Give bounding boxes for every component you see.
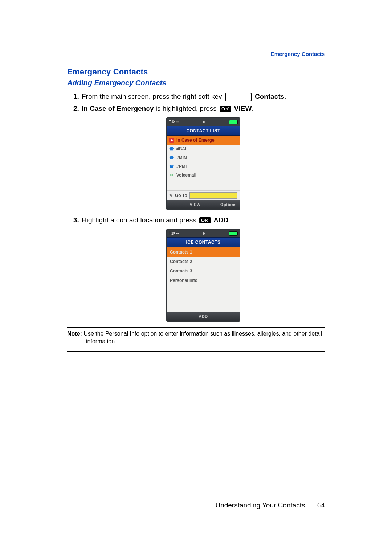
- phone-icon: ☎: [169, 155, 174, 160]
- goto-search-field: [189, 192, 237, 199]
- pencil-icon: ✎: [169, 192, 173, 199]
- steps-list: From the main screen, press the right so…: [81, 92, 325, 322]
- battery-icon: [229, 231, 238, 236]
- phone2-softbar: ADD: [167, 312, 240, 321]
- step-2-text-a: is highlighted, press: [154, 105, 219, 112]
- list-item: Contacts 3: [167, 266, 240, 276]
- step-1-contacts-label: Contacts: [255, 93, 284, 100]
- list-item-label: Voicemail: [176, 172, 196, 178]
- list-item-label: #MIN: [176, 154, 187, 161]
- list-item: Contacts 1: [167, 247, 240, 257]
- note-rule-bottom: [67, 351, 325, 352]
- phone-screenshot-ice-contacts: T 1X ▪▪▪ ICE CONTACTS Contacts 1 Contact…: [166, 229, 240, 322]
- list-item: ☎ #BAL: [167, 145, 240, 153]
- step-2: In Case of Emergency is highlighted, pre…: [81, 104, 325, 210]
- phone1-statusbar: T 1X ▪▪▪: [167, 118, 240, 126]
- list-item: Personal Info: [167, 276, 240, 285]
- phone2-statusbar: T 1X ▪▪▪: [167, 230, 240, 237]
- ok-key-icon: OK: [199, 217, 211, 223]
- step-1-text-a: From the main screen, press the right so…: [82, 93, 224, 100]
- manual-page: Emergency Contacts Emergency Contacts Ad…: [0, 0, 392, 542]
- note-block: Note: Use the Personal Info option to en…: [67, 330, 325, 348]
- step-1-period: .: [284, 93, 286, 100]
- phone1-softbar: VIEW Options: [167, 200, 240, 209]
- list-item-label: #BAL: [176, 146, 188, 152]
- phone-screenshot-contact-list: T 1X ▪▪▪ CONTACT LIST + In Case of Emerg…: [166, 117, 240, 210]
- step-3-text-a: Highlight a contact location and press: [82, 216, 198, 224]
- phone2-title: ICE CONTACTS: [167, 237, 240, 247]
- step-2-period: .: [252, 105, 253, 112]
- step-1: From the main screen, press the right so…: [81, 92, 325, 102]
- signal-icon: T 1X ▪▪▪: [169, 119, 179, 125]
- subsection-heading: Adding Emergency Contacts: [67, 79, 325, 87]
- ok-key-icon: OK: [220, 106, 231, 112]
- step-3-add-label: ADD: [213, 216, 228, 224]
- note-rule-top: [67, 327, 325, 328]
- step-3: Highlight a contact location and press O…: [81, 215, 325, 322]
- list-item-label: #PMT: [176, 163, 188, 170]
- signal-icon: T 1X ▪▪▪: [169, 231, 179, 236]
- status-dot-icon: [203, 121, 205, 123]
- section-heading: Emergency Contacts: [67, 67, 325, 77]
- status-dot-icon: [203, 232, 205, 235]
- note-body-b: information.: [86, 337, 325, 345]
- list-item: + In Case of Emerge: [167, 136, 240, 145]
- phone-icon: ☎: [169, 164, 174, 169]
- softkey-right: Options: [220, 202, 237, 208]
- page-number: 64: [317, 501, 325, 509]
- step-2-view-label: VIEW: [234, 105, 252, 112]
- note-body-a: Use the Personal Info option to enter in…: [83, 331, 322, 337]
- list-item: ✉ Voicemail: [167, 171, 240, 179]
- list-item: ☎ #MIN: [167, 153, 240, 162]
- phone1-title: CONTACT LIST: [167, 126, 240, 136]
- goto-label: Go To: [175, 192, 187, 199]
- page-footer: Understanding Your Contacts 64: [215, 501, 325, 509]
- softkey-center: ADD: [199, 314, 208, 320]
- softkey-center: VIEW: [189, 202, 200, 208]
- phone2-list: Contacts 1 Contacts 2 Contacts 3 Persona…: [167, 247, 240, 312]
- voicemail-icon: ✉: [169, 173, 174, 178]
- running-header: Emergency Contacts: [67, 51, 325, 57]
- list-item: Contacts 2: [167, 257, 240, 266]
- phone1-goto-bar: ✎ Go To: [167, 190, 240, 200]
- step-3-period: .: [228, 216, 230, 224]
- phone-icon: ☎: [169, 146, 174, 151]
- footer-section: Understanding Your Contacts: [215, 501, 305, 509]
- right-soft-key-icon: [225, 93, 252, 101]
- emergency-plus-icon: +: [169, 138, 174, 143]
- list-item-label: In Case of Emerge: [176, 137, 215, 143]
- phone1-list: + In Case of Emerge ☎ #BAL ☎ #MIN ☎ #PMT: [167, 136, 240, 190]
- battery-icon: [229, 120, 238, 124]
- note-label: Note:: [67, 331, 82, 337]
- step-2-ice-label: In Case of Emergency: [82, 105, 154, 112]
- list-item: ☎ #PMT: [167, 162, 240, 171]
